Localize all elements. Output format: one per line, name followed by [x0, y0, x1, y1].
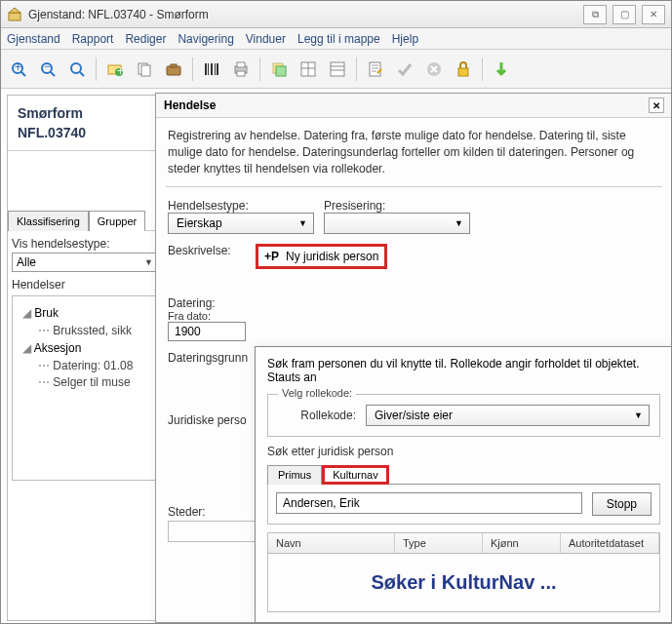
cancel-button[interactable]	[420, 56, 448, 83]
svg-rect-21	[217, 63, 218, 75]
grid1-button[interactable]	[295, 56, 322, 83]
menu-navigering[interactable]: Navigering	[178, 32, 233, 46]
hendelse-desc: Registrering av hendelse. Datering fra, …	[156, 118, 672, 182]
titlebar: Gjenstand: NFL.03740 - Smørform ⧉ ▢ ✕	[1, 1, 671, 28]
tab-grupper[interactable]: Grupper	[89, 211, 145, 231]
hendelser-tree: ◢ Bruk ⋯ Brukssted, sikk ◢ Aksesjon ⋯ Da…	[15, 306, 155, 389]
col-type[interactable]: Type	[395, 533, 483, 553]
svg-line-3	[21, 72, 25, 76]
hendelse-title: Hendelse	[164, 98, 216, 112]
vis-hendelsestype-combo[interactable]: Alle ▼	[12, 253, 158, 272]
menu-legg-til[interactable]: Legg til i mappe	[297, 32, 380, 46]
steder-input[interactable]	[168, 521, 256, 542]
folder-add-button[interactable]: +	[101, 56, 129, 83]
svg-text:−: −	[44, 60, 51, 73]
zoom-in-button[interactable]: +	[5, 56, 32, 83]
menu-gjenstand[interactable]: Gjenstand	[7, 32, 60, 46]
brief-button[interactable]	[160, 56, 187, 83]
chevron-down-icon: ▼	[298, 218, 307, 228]
svg-rect-0	[9, 13, 20, 20]
datering-label: Datering:	[168, 296, 265, 310]
left-tabs: Klassifisering Grupper	[8, 210, 162, 231]
app-icon	[7, 7, 22, 22]
col-autoritet[interactable]: Autoritetdataset	[561, 533, 659, 553]
fra-dato-input[interactable]	[168, 322, 246, 341]
svg-rect-26	[276, 66, 286, 76]
object-id: NFL.03740	[18, 125, 152, 140]
results-header: Navn Type Kjønn Autoritetdataset	[267, 532, 660, 554]
tree-node-bruk[interactable]: ◢ Bruk	[15, 306, 155, 320]
object-name: Smørform	[18, 105, 152, 121]
tree-node-aksesjon[interactable]: ◢ Aksesjon	[15, 341, 155, 355]
check-button[interactable]	[391, 56, 418, 83]
svg-text:+: +	[117, 64, 124, 78]
print-button[interactable]	[227, 56, 255, 83]
svg-rect-30	[331, 62, 344, 76]
menubar: Gjenstand Rapport Rediger Navigering Vin…	[1, 28, 671, 50]
svg-rect-19	[211, 63, 213, 75]
tab-primus[interactable]: Primus	[267, 465, 322, 485]
tree-child-datering[interactable]: ⋯ Datering: 01.08	[15, 359, 155, 372]
tab-kulturnav[interactable]: Kulturnav	[322, 465, 388, 485]
stopp-button[interactable]: Stopp	[592, 492, 652, 516]
svg-line-6	[51, 72, 55, 76]
menu-rapport[interactable]: Rapport	[72, 32, 114, 46]
hendelse-close-button[interactable]: ✕	[649, 98, 664, 113]
svg-line-9	[80, 72, 84, 76]
chevron-down-icon: ▼	[455, 218, 463, 228]
zoom-out-button[interactable]: −	[34, 56, 61, 83]
menu-hjelp[interactable]: Hjelp	[392, 32, 418, 46]
vis-hendelsestype-label: Vis hendelsestype:	[12, 237, 158, 251]
vis-hendelsestype-value: Alle	[17, 255, 36, 269]
lock-button[interactable]	[450, 56, 477, 83]
col-kjonn[interactable]: Kjønn	[483, 533, 561, 553]
search-dialog: Søk fram personen du vil knytte til. Rol…	[255, 346, 672, 623]
grid2-button[interactable]	[324, 56, 351, 83]
searching-text: Søker i KulturNav ...	[371, 571, 556, 594]
hendelse-titlebar: Hendelse ✕	[156, 94, 672, 118]
hendelser-label: Hendelser	[12, 278, 158, 292]
svg-rect-33	[370, 62, 380, 76]
search-input[interactable]	[276, 492, 582, 514]
svg-text:+P: +P	[264, 250, 279, 263]
tree-child-brukssted[interactable]: ⋯ Brukssted, sikk	[15, 324, 155, 337]
search-tabs: Primus Kulturnav	[267, 464, 660, 484]
restore-button[interactable]: ⧉	[583, 5, 607, 24]
ny-juridisk-person-button[interactable]: +P Ny juridisk person	[256, 244, 387, 269]
menu-rediger[interactable]: Rediger	[125, 32, 166, 46]
velg-rollekode-legend: Velg rollekode:	[278, 387, 356, 399]
hendelsestype-combo[interactable]: Eierskap ▼	[168, 213, 314, 234]
maximize-button[interactable]: ▢	[613, 5, 636, 24]
velg-rollekode-fieldset: Velg rollekode: Rollekode: Giver/siste e…	[267, 394, 660, 437]
window-title: Gjenstand: NFL.03740 - Smørform	[28, 8, 577, 21]
svg-text:+: +	[15, 60, 21, 74]
ny-juridisk-person-label: Ny juridisk person	[286, 250, 378, 263]
content-area: Smørform NFL.03740 Klassifisering Gruppe…	[1, 89, 671, 621]
presisering-combo[interactable]: ▼	[324, 213, 470, 234]
close-button[interactable]: ✕	[642, 5, 665, 24]
barcode-button[interactable]	[198, 56, 225, 83]
note-button[interactable]	[362, 56, 389, 83]
svg-rect-17	[205, 63, 207, 75]
zoom-reset-button[interactable]	[63, 56, 91, 83]
hendelsestype-value: Eierskap	[177, 216, 222, 230]
tree-child-selger[interactable]: ⋯ Selger til muse	[15, 375, 155, 389]
rollekode-combo[interactable]: Giver/siste eier ▼	[366, 405, 650, 426]
svg-rect-20	[215, 63, 216, 75]
presisering-label: Presisering:	[324, 199, 470, 213]
menu-vinduer[interactable]: Vinduer	[246, 32, 286, 46]
fra-dato-label: Fra dato:	[168, 310, 265, 322]
chevron-down-icon: ▼	[144, 257, 153, 267]
layer-button[interactable]	[265, 56, 293, 83]
down-arrow-button[interactable]	[488, 56, 515, 83]
left-body: Vis hendelsestype: Alle ▼ Hendelser ◢ Br…	[8, 231, 162, 487]
col-navn[interactable]: Navn	[268, 533, 395, 553]
copy-button[interactable]	[131, 56, 158, 83]
svg-rect-24	[237, 71, 245, 76]
results-body: Søker i KulturNav ...	[267, 554, 660, 612]
tab-klassifisering[interactable]: Klassifisering	[8, 211, 89, 231]
chevron-down-icon: ▼	[634, 410, 643, 420]
beskrivelse-label: Beskrivelse:	[168, 244, 246, 257]
svg-rect-16	[171, 64, 177, 67]
person-plus-icon: +P	[264, 249, 280, 264]
